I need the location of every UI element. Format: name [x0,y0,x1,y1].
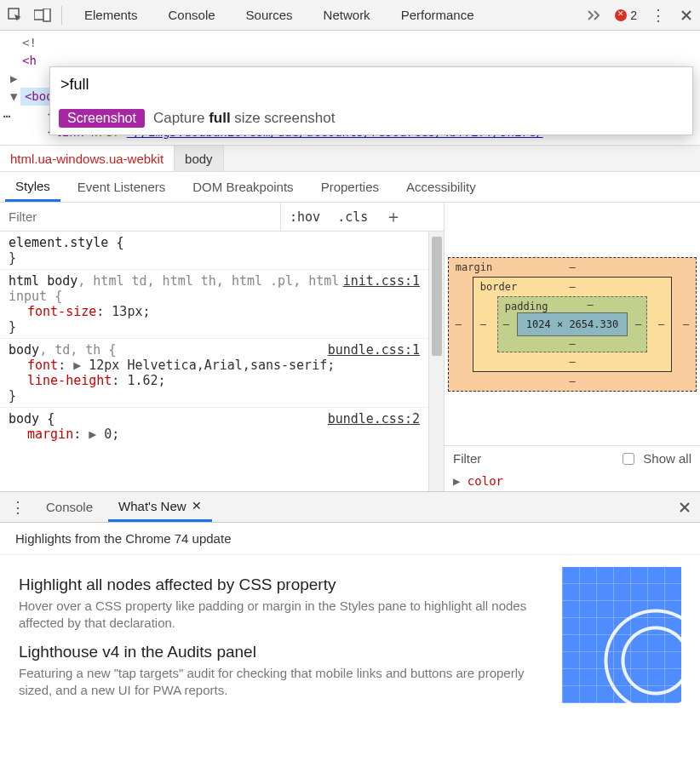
tab-event-listeners[interactable]: Event Listeners [67,172,175,202]
error-icon [615,9,627,21]
scrollbar[interactable] [428,232,444,491]
tab-accessibility[interactable]: Accessibility [396,172,486,202]
styles-pane: :hov .cls ＋ element.style { } init.css:1… [0,203,445,491]
rule-source-link[interactable]: init.css:1 [343,273,420,289]
style-rule[interactable]: bundle.css:1 body, td, th { font: ▶ 12px… [0,339,428,408]
whats-new-content: Highlight all nodes affected by CSS prop… [0,555,700,721]
show-all-label: Show all [643,451,691,466]
breadcrumb-body[interactable]: body [175,146,224,171]
command-menu-input[interactable] [50,67,692,102]
tab-dom-breakpoints[interactable]: DOM Breakpoints [182,172,303,202]
command-menu-popup: Screenshot Capture full size screenshot [49,66,693,135]
css-declaration[interactable]: font: ▶ 12px Helvetica,Arial,sans-serif; [9,358,420,373]
rule-close-brace: } [9,388,420,404]
whats-new-item-desc: Hover over a CSS property like padding o… [19,598,543,633]
drawer-menu-icon[interactable]: ⋮ [5,498,31,517]
settings-menu-icon[interactable]: ⋮ [644,6,673,25]
tab-properties[interactable]: Properties [311,172,389,202]
breadcrumb-html[interactable]: html.ua-windows.ua-webkit [0,146,175,171]
computed-filter-input[interactable]: Filter [453,451,614,466]
dom-line[interactable]: <! [22,34,693,52]
styles-toolbar: :hov .cls ＋ [0,203,444,232]
style-rule[interactable]: bundle.css:2 body { margin: ▶ 0; [0,408,428,445]
toggle-hov-button[interactable]: :hov [281,209,329,225]
inspect-element-icon[interactable] [3,3,27,27]
tab-styles[interactable]: Styles [5,172,60,202]
css-declaration[interactable]: font-size: 13px; [9,304,420,319]
rule-source-link[interactable]: bundle.css:1 [328,342,420,358]
whats-new-headline: Highlights from the Chrome 74 update [0,523,700,555]
tab-performance[interactable]: Performance [386,0,490,31]
css-declaration[interactable]: margin: ▶ 0; [9,427,420,442]
style-rule[interactable]: init.css:1 html body, html td, html th, … [0,270,428,339]
error-count-badge[interactable]: 2 [611,9,640,22]
error-count-text: 2 [630,9,637,22]
tab-elements[interactable]: Elements [69,0,153,31]
svg-rect-2 [43,9,50,21]
drawer-tab-console[interactable]: Console [36,492,103,522]
whats-new-item-desc: Featuring a new "tap targets" audit for … [19,665,543,700]
close-tab-icon[interactable]: ✕ [192,499,202,512]
computed-toolbar: Filter Show all [445,445,700,471]
separator [61,6,62,25]
whats-new-item-title: Highlight all nodes affected by CSS prop… [19,575,543,594]
whats-new-hero-image [562,567,681,703]
box-model-padding-label: padding [505,301,548,312]
style-rule[interactable]: element.style { } [0,232,428,270]
command-menu-item-label: Capture full size screenshot [153,110,336,127]
show-all-checkbox[interactable] [623,453,634,465]
drawer-tab-whats-new[interactable]: What's New ✕ [108,492,212,522]
computed-properties-list[interactable]: ▶ color [445,471,700,491]
close-drawer-icon[interactable] [674,502,695,512]
dom-breadcrumbs: html.ua-windows.ua-webkit body [0,145,700,172]
new-style-rule-button[interactable]: ＋ [376,205,410,228]
whats-new-item-title: Lighthouse v4 in the Audits panel [19,643,543,661]
rule-close-brace: } [9,250,420,266]
box-model-content-size: 1024 × 2654.330 [517,312,628,336]
rule-selector: element.style { [9,235,420,250]
panel-tabs: Elements Console Sources Network Perform… [69,0,579,31]
close-devtools-icon[interactable] [676,10,697,20]
command-menu-item[interactable]: Screenshot Capture full size screenshot [50,102,692,135]
tab-network[interactable]: Network [308,0,386,31]
more-tabs-chevron-icon[interactable] [582,10,608,20]
toggle-cls-button[interactable]: .cls [329,209,376,225]
command-category-badge: Screenshot [59,109,145,128]
sidebar-tabs: Styles Event Listeners DOM Breakpoints P… [0,172,700,203]
drawer-tabs: ⋮ Console What's New ✕ [0,492,700,523]
devtools-main-toolbar: Elements Console Sources Network Perform… [0,0,700,31]
styles-rules-list: element.style { } init.css:1 html body, … [0,232,428,491]
computed-pane: margin – – – – border – – – – padding – [445,203,700,491]
tab-console[interactable]: Console [153,0,231,31]
css-declaration[interactable]: line-height: 1.62; [9,373,420,388]
box-model-diagram[interactable]: margin – – – – border – – – – padding – [445,203,700,445]
tab-sources[interactable]: Sources [231,0,308,31]
dom-ellipsis-icon[interactable]: ⋯ [3,107,10,125]
device-toolbar-icon[interactable] [31,3,55,27]
scrollbar-thumb[interactable] [432,237,442,356]
box-model-margin-label: margin [456,261,492,273]
rule-source-link[interactable]: bundle.css:2 [328,411,420,427]
box-model-border-label: border [480,281,517,293]
rule-close-brace: } [9,319,420,335]
elements-sidebar: :hov .cls ＋ element.style { } init.css:1… [0,203,700,492]
styles-filter-input[interactable] [0,203,281,231]
